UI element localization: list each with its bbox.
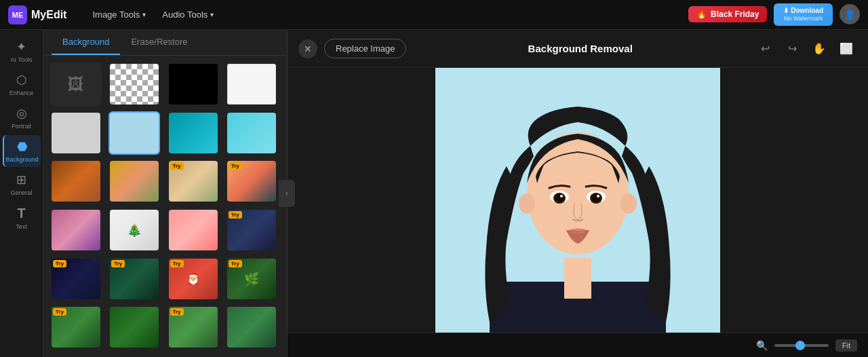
svg-point-14 (620, 193, 637, 214)
background-panel: Background Erase/Restore 🖼 (43, 30, 288, 357)
undo-icon: ↩ (761, 42, 770, 55)
bg-item-lightblue[interactable] (108, 111, 160, 155)
fit-button[interactable]: Fit (835, 339, 857, 352)
topbar-right: 🔥 Black Friday ⬇ Download No Watermark 👤 (688, 3, 860, 26)
bg-item-gray[interactable] (50, 111, 102, 155)
bg-item-christmas-night[interactable]: Try (226, 208, 277, 252)
bg-item-leaf3[interactable]: Try (167, 305, 219, 349)
portrait-icon: ◎ (16, 106, 27, 121)
download-icon: ⬇ Download (783, 7, 823, 15)
bg-item-teal2[interactable] (226, 111, 277, 155)
chevron-left-icon: ‹ (285, 189, 288, 198)
try-badge: Try (229, 260, 242, 267)
svg-point-13 (519, 193, 535, 214)
logo-text: MyEdit (31, 9, 66, 21)
topbar: ME MyEdit Image Tools ▾ Audio Tools ▾ 🔥 … (0, 0, 868, 30)
general-icon: ⊞ (16, 172, 26, 187)
logo-area: ME MyEdit (8, 5, 66, 24)
bg-item-christmas-white[interactable]: 🎄 (108, 208, 160, 252)
close-icon: ✕ (304, 43, 312, 54)
redo-icon: ↪ (788, 42, 797, 55)
bg-item-leaf4[interactable] (226, 305, 277, 349)
close-button[interactable]: ✕ (298, 39, 317, 58)
pan-button[interactable]: ✋ (808, 38, 830, 60)
bg-item-pink-pattern[interactable] (50, 208, 102, 252)
fire-icon: 🔥 (696, 10, 707, 19)
portrait-image (435, 68, 720, 333)
background-grid: 🖼 (43, 56, 287, 357)
bg-item-christmas-red[interactable]: Try 🎅 (167, 257, 219, 301)
try-badge: Try (170, 308, 184, 316)
bg-item-white[interactable] (226, 62, 277, 106)
bg-item-pink-pat[interactable]: Try (226, 159, 277, 203)
sidebar-item-label: Portrait (12, 123, 31, 130)
bg-item-christmas-pink[interactable] (167, 208, 219, 252)
try-badge: Try (170, 260, 184, 267)
try-badge: Try (229, 211, 242, 219)
hand-icon: ✋ (812, 42, 826, 55)
replace-image-button[interactable]: Replace Image (324, 39, 406, 58)
canvas-title: Background Removal (413, 43, 747, 54)
black-friday-button[interactable]: 🔥 Black Friday (688, 6, 767, 22)
user-avatar-button[interactable]: 👤 (840, 4, 860, 24)
image-upload-icon: 🖼 (68, 75, 84, 94)
bg-item-leaf2[interactable] (108, 305, 160, 349)
try-badge: Try (53, 308, 66, 316)
download-button[interactable]: ⬇ Download No Watermark (774, 3, 833, 26)
bottom-bar: 🔍 Fit (288, 333, 868, 357)
canvas-viewport (288, 68, 868, 333)
chevron-down-icon: ▾ (210, 11, 214, 18)
canvas-toolbar: ✕ Replace Image Background Removal ↩ ↪ ✋… (288, 30, 868, 68)
bg-item-floral[interactable]: Try (167, 159, 219, 203)
bg-item-dark-stars[interactable]: Try (50, 257, 102, 301)
chevron-down-icon: ▾ (142, 11, 146, 18)
bg-upload-item[interactable]: 🖼 (50, 62, 102, 106)
sidebar-item-label: AI Tools (11, 56, 33, 63)
svg-rect-3 (564, 258, 591, 299)
panel-collapse-button[interactable]: ‹ (279, 180, 295, 207)
sidebar-item-text[interactable]: T Text (3, 202, 41, 234)
zoom-search-icon: 🔍 (756, 340, 768, 351)
ai-tools-icon: ✦ (16, 39, 26, 54)
redo-button[interactable]: ↪ (781, 38, 803, 60)
svg-point-8 (560, 195, 563, 198)
text-icon: T (17, 206, 25, 221)
bg-item-black[interactable] (167, 62, 219, 106)
nav-image-tools[interactable]: Image Tools ▾ (85, 7, 153, 22)
sidebar-item-enhance[interactable]: ⬡ Enhance (3, 69, 41, 100)
bg-item-orange-texture[interactable] (50, 159, 102, 203)
background-icon: ⬣ (17, 139, 28, 154)
tab-background[interactable]: Background (52, 30, 120, 55)
sidebar-item-portrait[interactable]: ◎ Portrait (3, 102, 41, 134)
undo-button[interactable]: ↩ (754, 38, 776, 60)
bg-item-dark-green[interactable]: Try (108, 257, 160, 301)
tab-erase-restore[interactable]: Erase/Restore (120, 30, 198, 55)
try-badge: Try (111, 260, 125, 267)
sidebar-item-label: Background (5, 156, 38, 163)
bg-item-leaf1[interactable]: Try (50, 305, 102, 349)
nav-menu: Image Tools ▾ Audio Tools ▾ (85, 7, 220, 22)
enhance-icon: ⬡ (16, 73, 27, 88)
main-layout: ✦ AI Tools ⬡ Enhance ◎ Portrait ⬣ Backgr… (0, 30, 868, 357)
try-badge: Try (53, 260, 66, 267)
nav-audio-tools[interactable]: Audio Tools ▾ (155, 7, 220, 22)
left-sidebar: ✦ AI Tools ⬡ Enhance ◎ Portrait ⬣ Backgr… (0, 30, 43, 357)
bg-item-teal[interactable] (167, 111, 219, 155)
try-badge: Try (170, 162, 184, 170)
sidebar-item-ai-tools[interactable]: ✦ AI Tools (3, 35, 41, 67)
sidebar-item-label: Enhance (9, 90, 34, 96)
canvas-toolbar-right: ↩ ↪ ✋ ⬜ (754, 38, 857, 60)
sidebar-item-label: General (10, 189, 32, 196)
crop-button[interactable]: ⬜ (835, 38, 857, 60)
sidebar-item-label: Text (16, 223, 27, 230)
crop-icon: ⬜ (840, 42, 853, 55)
bg-item-wreath[interactable]: Try 🌿 (226, 257, 277, 301)
bg-item-autumn[interactable] (108, 159, 160, 203)
panel-tabs: Background Erase/Restore (43, 30, 287, 56)
canvas-area: ✕ Replace Image Background Removal ↩ ↪ ✋… (288, 30, 868, 357)
sidebar-item-general[interactable]: ⊞ General (3, 168, 41, 200)
svg-point-12 (597, 195, 599, 198)
bg-item-transparent[interactable] (108, 62, 160, 106)
sidebar-item-background[interactable]: ⬣ Background (3, 135, 41, 167)
zoom-slider[interactable] (774, 344, 829, 347)
